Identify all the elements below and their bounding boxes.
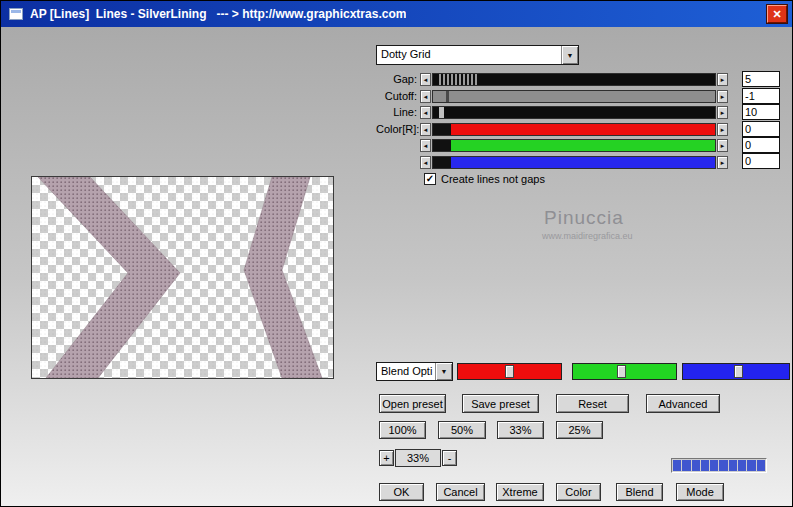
gap-slider-track[interactable] [432, 73, 716, 86]
zoom-in-button[interactable]: + [379, 450, 394, 466]
color-g-slider-marker [433, 140, 451, 151]
cancel-button[interactable]: Cancel [436, 483, 485, 501]
progress-segment [710, 460, 718, 471]
color-r-slider-track[interactable] [432, 123, 716, 136]
mode-button[interactable]: Mode [676, 483, 724, 501]
close-icon: ✕ [772, 8, 781, 21]
color-r-value-input[interactable] [742, 121, 780, 137]
line-value-input[interactable] [742, 104, 780, 120]
color-g-decrease-button[interactable]: ◄ [420, 139, 431, 152]
cutoff-decrease-button[interactable]: ◄ [420, 90, 431, 103]
color-r-decrease-button[interactable]: ◄ [420, 123, 431, 136]
blend-dropdown[interactable]: Blend Opti ▼ [376, 362, 453, 381]
color-r-slider-marker [433, 124, 451, 135]
cutoff-slider-marker [446, 91, 449, 102]
line-decrease-button[interactable]: ◄ [420, 106, 431, 119]
color-b-value-input[interactable] [742, 153, 780, 169]
line-slider-marker [439, 107, 444, 118]
blend-button[interactable]: Blend [616, 483, 663, 501]
ok-button[interactable]: OK [379, 483, 424, 501]
color-g-increase-button[interactable]: ► [717, 139, 728, 152]
color-b-increase-button[interactable]: ► [717, 156, 728, 169]
param-row-color-b: ◄ ► [376, 156, 728, 169]
param-row-gap: Gap: ◄ ► [376, 73, 728, 86]
progress-segment [719, 460, 727, 471]
progress-segment [729, 460, 737, 471]
save-preset-button[interactable]: Save preset [462, 394, 539, 413]
window-title: AP [Lines] Lines - SilverLining --- > ht… [30, 7, 406, 21]
gap-value-input[interactable] [742, 71, 780, 87]
blue-channel-slider[interactable] [682, 363, 790, 380]
color-button[interactable]: Color [556, 483, 601, 501]
param-row-line: Line: ◄ ► [376, 106, 728, 119]
plugin-window: AP [Lines] Lines - SilverLining --- > ht… [0, 0, 793, 507]
red-channel-slider[interactable] [457, 363, 562, 380]
create-lines-label: Create lines not gaps [441, 173, 545, 185]
progress-segment [747, 460, 755, 471]
green-channel-slider[interactable] [572, 363, 677, 380]
color-b-label [376, 156, 420, 169]
color-r-increase-button[interactable]: ► [717, 123, 728, 136]
progress-segment [738, 460, 746, 471]
cutoff-increase-button[interactable]: ► [717, 90, 728, 103]
gap-decrease-button[interactable]: ◄ [420, 73, 431, 86]
color-b-decrease-button[interactable]: ◄ [420, 156, 431, 169]
green-slider-thumb[interactable] [617, 365, 626, 378]
preview-image [32, 177, 333, 378]
create-lines-option: ✓ Create lines not gaps [424, 173, 545, 185]
color-b-slider-marker [433, 157, 451, 168]
cutoff-value-input[interactable] [742, 88, 780, 104]
zoom-level: 33% [395, 449, 441, 467]
progress-segment [673, 460, 681, 471]
zoom-100-button[interactable]: 100% [379, 421, 426, 439]
blue-slider-thumb[interactable] [734, 365, 743, 378]
color-g-label [376, 139, 420, 152]
blend-dropdown-value: Blend Opti [377, 363, 435, 380]
dropdown-arrow-icon[interactable]: ▼ [561, 46, 578, 64]
create-lines-checkbox[interactable]: ✓ [424, 173, 436, 185]
advanced-button[interactable]: Advanced [646, 394, 720, 413]
red-slider-thumb[interactable] [505, 365, 514, 378]
line-slider-track[interactable] [432, 106, 716, 119]
cutoff-slider-track[interactable] [432, 90, 716, 103]
zoom-50-button[interactable]: 50% [438, 421, 486, 439]
progress-segment [682, 460, 690, 471]
preset-dropdown[interactable]: Dotty Grid ▼ [376, 45, 579, 65]
cutoff-label: Cutoff: [376, 90, 420, 103]
dropdown-arrow-icon[interactable]: ▼ [435, 363, 452, 380]
watermark-name: Pinuccia [544, 207, 624, 229]
progress-segment [757, 460, 765, 471]
checkmark-icon: ✓ [426, 173, 434, 184]
param-row-color-g: ◄ ► [376, 139, 728, 152]
open-preset-button[interactable]: Open preset [379, 394, 446, 413]
progress-segment [692, 460, 700, 471]
close-button[interactable]: ✕ [767, 5, 787, 23]
zoom-33-button[interactable]: 33% [497, 421, 544, 439]
param-row-cutoff: Cutoff: ◄ ► [376, 90, 728, 103]
color-b-slider-track[interactable] [432, 156, 716, 169]
app-icon [9, 8, 23, 20]
gap-increase-button[interactable]: ► [717, 73, 728, 86]
title-bar[interactable]: AP [Lines] Lines - SilverLining --- > ht… [1, 1, 792, 27]
preview-canvas[interactable] [31, 176, 334, 379]
gap-slider-fill [439, 74, 477, 85]
xtreme-button[interactable]: Xtreme [496, 483, 544, 501]
color-g-value-input[interactable] [742, 137, 780, 153]
color-g-slider-track[interactable] [432, 139, 716, 152]
line-increase-button[interactable]: ► [717, 106, 728, 119]
zoom-out-button[interactable]: - [442, 450, 457, 466]
zoom-25-button[interactable]: 25% [556, 421, 603, 439]
reset-button[interactable]: Reset [556, 394, 629, 413]
line-label: Line: [376, 106, 420, 119]
param-row-color-r: Color[R]: ◄ ► [376, 123, 728, 136]
color-r-label: Color[R]: [376, 123, 420, 136]
progress-bar [671, 458, 767, 473]
preset-dropdown-value: Dotty Grid [377, 46, 561, 64]
watermark-site: www.maidiregrafica.eu [542, 231, 633, 241]
progress-segment [701, 460, 709, 471]
gap-label: Gap: [376, 73, 420, 86]
